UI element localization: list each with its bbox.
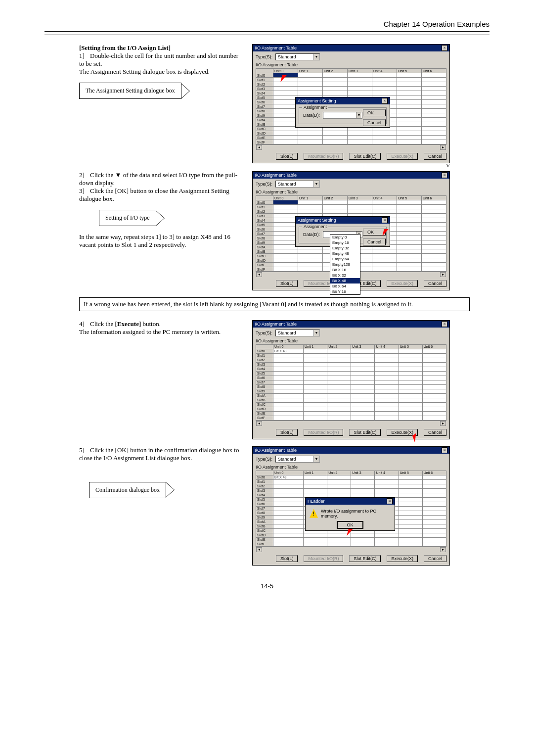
confirm-message: Wrote I/O assignment to PC memory. bbox=[321, 509, 391, 519]
execute-button[interactable]: Execute(X) bbox=[387, 280, 418, 287]
type-label: Type(S): bbox=[256, 182, 272, 187]
execute-button[interactable]: Execute(X) bbox=[387, 153, 418, 160]
cancel-button[interactable]: Cancel bbox=[424, 555, 446, 562]
table-caption: I/O Assignment Table bbox=[256, 465, 446, 470]
cancel-button[interactable]: Cancel bbox=[424, 153, 446, 160]
scrollbar[interactable]: ◂▸ bbox=[256, 144, 446, 150]
dropdown-option[interactable]: Empty128 bbox=[330, 262, 360, 267]
type-select[interactable]: Standard bbox=[275, 330, 320, 336]
close-icon[interactable]: × bbox=[442, 172, 447, 178]
step-4: 4]Click the [Execute] button. bbox=[79, 320, 242, 328]
close-icon[interactable]: × bbox=[442, 321, 447, 327]
ok-button[interactable]: OK bbox=[363, 109, 386, 116]
dropdown-option[interactable]: Empty 32 bbox=[330, 245, 360, 251]
dropdown-option[interactable]: Bit X 48 bbox=[330, 278, 360, 284]
window-title: I/O Assignment Table bbox=[255, 46, 297, 50]
mounted-io-button[interactable]: Mounted I/O(R) bbox=[304, 429, 343, 436]
dropdown-option[interactable]: Empty 0 bbox=[330, 235, 360, 240]
page-header: Chapter 14 Operation Examples bbox=[44, 20, 490, 32]
mounted-io-button[interactable]: Mounted I/O(R) bbox=[304, 153, 343, 160]
io-assignment-window: I/O Assignment Table × Type(S): Standard… bbox=[252, 446, 450, 566]
execute-button[interactable]: Execute(X) bbox=[387, 555, 418, 562]
dropdown-option[interactable]: Empty 48 bbox=[330, 251, 360, 256]
callout-io-type: Setting of I/O type bbox=[99, 210, 156, 226]
slot-button[interactable]: Slot(L) bbox=[276, 153, 298, 160]
io-assignment-window: I/O Assignment Table × Type(S): Standard… bbox=[252, 44, 450, 163]
confirm-title: HLadder bbox=[308, 499, 325, 504]
step-4-after: The information assigned to the PC memor… bbox=[79, 328, 242, 336]
dropdown-option[interactable]: Empty 16 bbox=[330, 240, 360, 245]
type-select[interactable]: Standard bbox=[275, 456, 320, 463]
type-label: Type(S): bbox=[256, 457, 272, 462]
ok-button[interactable]: OK bbox=[363, 229, 386, 236]
io-assignment-window: I/O Assignment Table × Type(S): Standard… bbox=[252, 320, 450, 439]
io-table[interactable]: Unit 0Unit 1Unit 2Unit 3Unit 4Unit 5Unit… bbox=[256, 344, 446, 421]
close-icon[interactable]: × bbox=[387, 498, 393, 504]
execute-button[interactable]: Execute(X) bbox=[387, 429, 418, 436]
callout-confirmation: Confirmation dialogue box bbox=[89, 482, 166, 498]
step-1: 1]Double-click the cell for the unit num… bbox=[79, 52, 242, 68]
data-label: Data(D): bbox=[303, 113, 320, 118]
warning-icon: ! bbox=[310, 509, 318, 518]
assignment-group-label: Assignment bbox=[302, 105, 328, 110]
window-title: I/O Assignment Table bbox=[255, 322, 297, 327]
step-2: 2]Click the ▼ of the data and select I/O… bbox=[79, 171, 242, 187]
page-number: 14-5 bbox=[44, 582, 490, 590]
slot-edit-button[interactable]: Slot Edit(C) bbox=[349, 429, 381, 436]
io-type-dropdown[interactable]: Empty 0Empty 16Empty 32Empty 48Empty 64E… bbox=[330, 234, 360, 295]
type-label: Type(S): bbox=[256, 54, 272, 59]
io-assignment-window: I/O Assignment Table × Type(S): Standard… bbox=[252, 171, 450, 290]
close-icon[interactable]: × bbox=[382, 98, 388, 104]
close-icon[interactable]: × bbox=[442, 45, 447, 51]
data-select[interactable] bbox=[323, 112, 362, 119]
dropdown-option[interactable]: Bit Y 16 bbox=[330, 289, 360, 294]
slot-edit-button[interactable]: Slot Edit(C) bbox=[349, 555, 381, 562]
cancel-button[interactable]: Cancel bbox=[363, 238, 386, 245]
step-3: 3]Click the [OK] button to close the Ass… bbox=[79, 187, 242, 203]
window-title: I/O Assignment Table bbox=[255, 448, 297, 453]
dropdown-option[interactable]: Bit X 64 bbox=[330, 284, 360, 289]
table-caption: I/O Assignment Table bbox=[256, 62, 446, 67]
callout-assignment-setting: The Assignment Setting dialogue box bbox=[79, 83, 181, 99]
type-label: Type(S): bbox=[256, 331, 272, 335]
slot-edit-button[interactable]: Slot Edit(C) bbox=[349, 153, 381, 160]
mounted-io-button[interactable]: Mounted I/O(R) bbox=[304, 555, 343, 562]
slot-button[interactable]: Slot(L) bbox=[276, 555, 298, 562]
step-1-result: The Assignment Setting dialogue box is d… bbox=[79, 68, 242, 76]
assignment-group-label: Assignment bbox=[302, 224, 328, 229]
data-label: Data(D): bbox=[303, 232, 320, 237]
section-heading: [Setting from the I/O Assign List] bbox=[79, 44, 242, 52]
cancel-button[interactable]: Cancel bbox=[363, 119, 386, 126]
table-caption: I/O Assignment Table bbox=[256, 338, 446, 343]
close-icon[interactable]: × bbox=[382, 217, 388, 223]
table-caption: I/O Assignment Table bbox=[256, 189, 446, 194]
scrollbar[interactable]: ◂▸ bbox=[256, 547, 446, 552]
cancel-button[interactable]: Cancel bbox=[424, 429, 446, 436]
dropdown-option[interactable]: Bit X 16 bbox=[330, 267, 360, 273]
step-3-after: In the same way, repeat steps 1] to 3] t… bbox=[79, 233, 242, 249]
step-5: 5]Click the [OK] button in the confirmat… bbox=[79, 446, 242, 462]
window-title: I/O Assignment Table bbox=[255, 173, 297, 178]
close-icon[interactable]: × bbox=[442, 447, 447, 453]
type-select[interactable]: Standard bbox=[275, 53, 320, 60]
note-box: If a wrong value has been entered, the s… bbox=[79, 297, 470, 311]
ok-button[interactable]: OK bbox=[337, 521, 363, 529]
assignment-setting-dialog: Assignment Setting × Assignment Data(D): bbox=[295, 97, 390, 128]
cancel-button[interactable]: Cancel bbox=[424, 280, 446, 287]
hladder-confirm-dialog: HLadder × ! Wrote I/O assignment to PC m… bbox=[305, 497, 395, 531]
slot-button[interactable]: Slot(L) bbox=[276, 429, 298, 436]
slot-button[interactable]: Slot(L) bbox=[276, 280, 298, 287]
divider bbox=[44, 35, 490, 35]
dropdown-option[interactable]: Empty 64 bbox=[330, 256, 360, 262]
type-select[interactable]: Standard bbox=[275, 181, 320, 188]
scrollbar[interactable]: ◂▸ bbox=[256, 421, 446, 426]
assignment-setting-title: Assignment Setting bbox=[298, 218, 336, 223]
assignment-setting-title: Assignment Setting bbox=[298, 98, 336, 103]
dropdown-option[interactable]: Bit X 32 bbox=[330, 273, 360, 278]
